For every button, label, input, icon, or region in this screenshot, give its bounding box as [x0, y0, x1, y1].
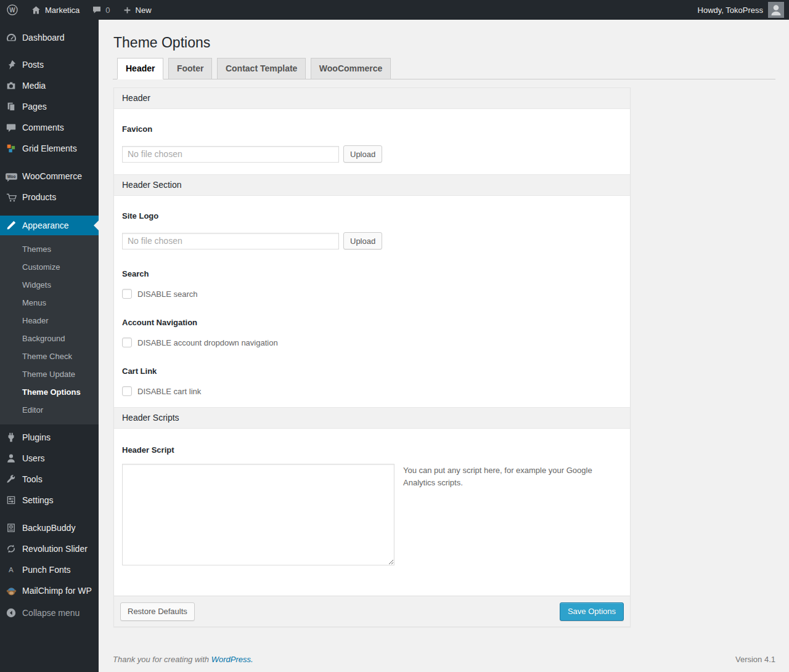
submenu-item-widgets[interactable]: Widgets — [0, 276, 99, 294]
header-scripts-row: Header Script You can put any script her… — [114, 429, 630, 596]
disable-account-nav-label: DISABLE account dropdown navigation — [137, 338, 278, 347]
comment-bubble-icon — [92, 5, 102, 15]
favicon-row: Favicon Upload — [114, 109, 630, 174]
favicon-label: Favicon — [122, 124, 622, 134]
submenu-item-background[interactable]: Background — [0, 330, 99, 347]
comment-count: 0 — [105, 6, 110, 15]
cart-link-label: Cart Link — [122, 366, 622, 376]
submenu-item-theme-options[interactable]: Theme Options — [0, 383, 99, 401]
collapse-arrow-icon — [0, 607, 22, 618]
sidebar-item-backupbuddy[interactable]: BackupBuddy — [0, 517, 99, 538]
admin-sidebar: Dashboard Posts Media Pages Comments — [0, 20, 99, 672]
brush-icon — [0, 220, 22, 231]
dashboard-icon — [0, 32, 22, 44]
collapse-menu-label: Collapse menu — [22, 608, 99, 618]
site-logo-label: Site Logo — [122, 211, 622, 221]
site-name-label: Marketica — [45, 6, 80, 15]
sidebar-item-label: BackupBuddy — [22, 523, 99, 533]
sidebar-item-label: Punch Fonts — [22, 565, 99, 575]
howdy-text[interactable]: Howdy, TokoPress — [698, 6, 763, 15]
page-footer: Thank you for creating with WordPress. V… — [113, 655, 775, 664]
collapse-menu-button[interactable]: Collapse menu — [0, 602, 99, 623]
submenu-item-customize[interactable]: Customize — [0, 258, 99, 276]
sidebar-item-plugins[interactable]: Plugins — [0, 427, 99, 448]
section-header-section: Header Section — [114, 174, 630, 196]
sidebar-item-users[interactable]: Users — [0, 448, 99, 469]
tab-header[interactable]: Header — [117, 58, 163, 79]
sidebar-item-revolution-slider[interactable]: Revolution Slider — [0, 538, 99, 559]
letter-a-icon: A — [0, 564, 22, 575]
header-script-textarea[interactable] — [122, 464, 394, 565]
section-header-scripts: Header Scripts — [114, 407, 630, 429]
sidebar-item-posts[interactable]: Posts — [0, 54, 99, 75]
wrench-icon — [0, 474, 22, 485]
sliders-icon — [0, 495, 22, 506]
sidebar-item-label: MailChimp for WP — [22, 586, 99, 596]
tab-contact-template[interactable]: Contact Template — [217, 58, 306, 79]
user-icon — [0, 453, 22, 464]
sidebar-item-appearance[interactable]: Appearance — [0, 216, 99, 235]
sidebar-item-label: Dashboard — [22, 33, 99, 43]
site-logo-upload-button[interactable]: Upload — [343, 232, 382, 249]
sidebar-item-label: Media — [22, 81, 99, 91]
camera-icon — [0, 80, 22, 91]
monkey-icon — [0, 585, 22, 597]
wordpress-logo-menu[interactable]: W — [0, 0, 25, 20]
sidebar-item-settings[interactable]: Settings — [0, 490, 99, 511]
main-content: Theme Options Header Footer Contact Temp… — [99, 20, 789, 672]
disable-cart-link-checkbox[interactable] — [122, 386, 132, 396]
new-label: New — [136, 6, 152, 15]
pages-icon — [0, 101, 22, 112]
wordpress-link[interactable]: WordPress. — [211, 655, 253, 664]
favicon-file-input[interactable] — [122, 146, 339, 163]
sidebar-item-label: Plugins — [22, 432, 99, 442]
disable-cart-link-label: DISABLE cart link — [137, 387, 201, 396]
sidebar-item-label: Pages — [22, 102, 99, 111]
sidebar-item-tools[interactable]: Tools — [0, 469, 99, 490]
tab-woocommerce[interactable]: WooCommerce — [311, 58, 391, 79]
submenu-item-editor[interactable]: Editor — [0, 401, 99, 419]
sidebar-item-mailchimp[interactable]: MailChimp for WP — [0, 580, 99, 601]
sidebar-item-label: Settings — [22, 495, 99, 505]
sidebar-item-pages[interactable]: Pages — [0, 96, 99, 117]
header-script-label: Header Script — [122, 445, 622, 455]
sidebar-item-dashboard[interactable]: Dashboard — [0, 27, 99, 48]
refresh-arrows-icon — [0, 543, 22, 554]
cart-icon — [0, 192, 22, 203]
sidebar-item-media[interactable]: Media — [0, 75, 99, 96]
theme-options-tabs: Header Footer Contact Template WooCommer… — [113, 58, 775, 79]
backup-disk-icon — [0, 522, 22, 533]
sidebar-item-label: Users — [22, 453, 99, 463]
site-logo-file-input[interactable] — [122, 233, 339, 249]
save-options-button[interactable]: Save Options — [560, 602, 624, 621]
submenu-item-themes[interactable]: Themes — [0, 240, 99, 258]
new-content-menu[interactable]: New — [117, 0, 158, 20]
disable-search-checkbox[interactable] — [122, 289, 132, 299]
submenu-item-theme-check[interactable]: Theme Check — [0, 347, 99, 365]
sidebar-item-grid-elements[interactable]: Grid Elements — [0, 138, 99, 159]
sidebar-item-label: Revolution Slider — [22, 544, 99, 554]
plug-icon — [0, 432, 22, 443]
svg-text:W: W — [9, 7, 15, 14]
footer-thanks: Thank you for creating with WordPress. — [113, 655, 253, 664]
sidebar-item-comments[interactable]: Comments — [0, 117, 99, 138]
submenu-item-header[interactable]: Header — [0, 312, 99, 330]
sidebar-item-woocommerce[interactable]: Woo WooCommerce — [0, 166, 99, 187]
home-icon — [31, 5, 41, 15]
submenu-item-theme-update[interactable]: Theme Update — [0, 365, 99, 383]
sidebar-item-label: Products — [22, 192, 99, 202]
sidebar-item-punch-fonts[interactable]: A Punch Fonts — [0, 559, 99, 580]
avatar[interactable] — [768, 2, 784, 18]
favicon-upload-button[interactable]: Upload — [343, 145, 382, 163]
pushpin-icon — [0, 59, 22, 70]
tab-footer[interactable]: Footer — [168, 58, 213, 79]
disable-account-nav-checkbox[interactable] — [122, 338, 132, 347]
restore-defaults-button[interactable]: Restore Defaults — [120, 602, 195, 621]
footer-version: Version 4.1 — [735, 655, 775, 664]
site-name-link[interactable]: Marketica — [25, 0, 86, 20]
submenu-item-menus[interactable]: Menus — [0, 294, 99, 312]
wordpress-logo-icon: W — [6, 4, 18, 16]
panel-footer: Restore Defaults Save Options — [114, 596, 630, 626]
sidebar-item-products[interactable]: Products — [0, 187, 99, 208]
comments-shortcut[interactable]: 0 — [86, 0, 116, 20]
